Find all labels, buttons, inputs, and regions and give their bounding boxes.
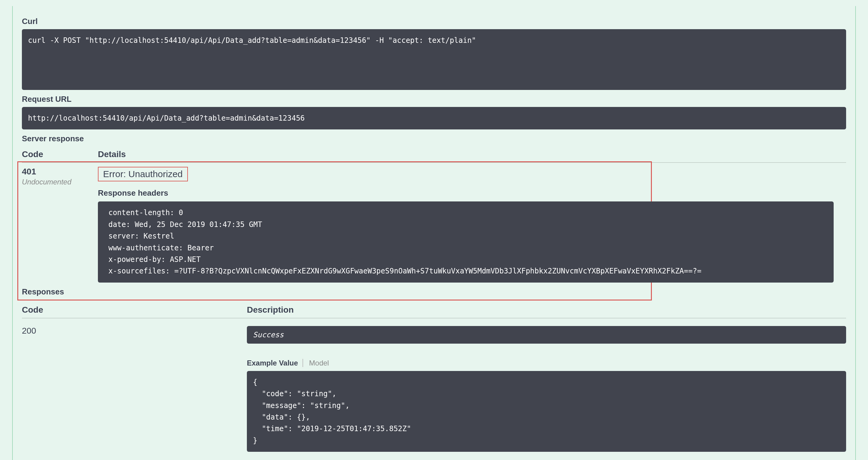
curl-command-block[interactable]: curl -X POST "http://localhost:54410/api…: [22, 29, 846, 90]
responses-table-header: Code Description: [22, 305, 846, 319]
example-value-block[interactable]: { "code": "string", "message": "string",…: [247, 371, 846, 452]
tab-model[interactable]: Model: [309, 359, 329, 367]
success-block: Success: [247, 326, 846, 343]
undocumented-label: Undocumented: [22, 178, 98, 186]
header-code-2: Code: [22, 305, 247, 315]
swagger-response-panel: Curl curl -X POST "http://localhost:5441…: [12, 6, 856, 460]
response-headers-block[interactable]: content-length: 0 date: Wed, 25 Dec 2019…: [98, 201, 834, 282]
response-code-200-cell: 200: [22, 326, 247, 452]
response-code-200: 200: [22, 326, 247, 336]
tab-example-value[interactable]: Example Value: [247, 359, 303, 367]
response-details-cell: Error: Unauthorized Response headers con…: [98, 167, 651, 282]
request-url-block[interactable]: http://localhost:54410/api/Api/Data_add?…: [22, 107, 846, 129]
response-200-description: Success Example Value Model { "code": "s…: [247, 326, 846, 452]
example-model-tabs: Example Value Model: [247, 359, 846, 367]
server-response-label: Server response: [22, 134, 846, 143]
header-code: Code: [22, 150, 98, 159]
responses-label: Responses: [22, 287, 651, 297]
error-highlight-annotation: 401 Undocumented Error: Unauthorized Res…: [17, 161, 652, 300]
request-url-label: Request URL: [22, 95, 846, 104]
header-details: Details: [98, 150, 126, 159]
response-code-cell: 401 Undocumented: [22, 167, 98, 186]
response-code-401: 401: [22, 167, 98, 176]
server-response-table-header: Code Details: [22, 150, 846, 163]
response-200-row: 200 Success Example Value Model { "code"…: [22, 326, 846, 452]
header-description: Description: [247, 305, 294, 315]
response-headers-label: Response headers: [98, 188, 651, 198]
error-unauthorized-box: Error: Unauthorized: [98, 167, 188, 182]
curl-label: Curl: [22, 17, 846, 26]
